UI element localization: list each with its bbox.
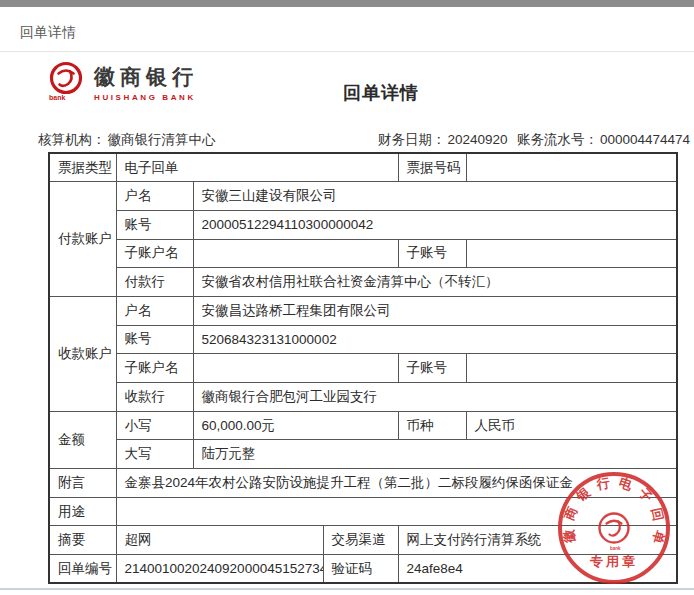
payee-bank-value: 徽商银行合肥包河工业园支行 — [193, 383, 677, 412]
amount-upper-value: 陆万元整 — [193, 440, 677, 469]
table-row: 子账户名 子账号 — [49, 239, 677, 268]
currency-label: 币种 — [398, 411, 466, 440]
currency-value: 人民币 — [466, 411, 677, 440]
table-row: 账号 20000512294110300000042 — [49, 210, 677, 239]
serial-number: 账务流水号：000004474474 — [517, 131, 690, 149]
receipt-document: bank 徽商银行 HUISHANG BANK 回单详情 核算机构：徽商银行清算… — [0, 53, 694, 589]
receipt-no-value: 214001002024092000045152734 — [116, 555, 323, 584]
document-header: bank 徽商银行 HUISHANG BANK 回单详情 — [0, 53, 694, 131]
channel-label: 交易渠道 — [323, 526, 398, 555]
bill-type-label: 票据类型 — [49, 153, 116, 182]
channel-value: 网上支付跨行清算系统 — [398, 526, 677, 555]
payer-sub-name-value — [193, 239, 398, 268]
amount-section-label: 金额 — [49, 411, 116, 468]
payee-name-label: 户名 — [116, 296, 193, 325]
payee-sub-account-value — [466, 354, 677, 383]
payee-sub-name-value — [193, 354, 398, 383]
payer-account-label: 账号 — [116, 210, 193, 239]
payer-sub-account-value — [466, 239, 677, 268]
summary-label: 摘要 — [49, 526, 116, 555]
payee-section-label: 收款账户 — [49, 296, 116, 411]
finance-date-label: 财务日期： — [378, 132, 446, 147]
accounting-org-value: 徽商银行清算中心 — [108, 132, 216, 147]
table-row: 子账户名 子账号 — [49, 354, 677, 383]
table-row: 票据类型 电子回单 票据号码 — [49, 153, 677, 182]
page-header: 回单详情 — [0, 7, 694, 52]
payer-name-label: 户名 — [116, 182, 193, 211]
verify-code-label: 验证码 — [323, 555, 398, 584]
payer-section-label: 付款账户 — [49, 182, 116, 297]
bottom-divider — [0, 588, 694, 590]
summary-value: 超网 — [116, 526, 323, 555]
finance-date-value: 20240920 — [448, 132, 508, 147]
payee-sub-name-label: 子账户名 — [116, 354, 193, 383]
table-row: 付款账户 户名 安徽三山建设有限公司 — [49, 182, 677, 211]
serial-number-value: 000004474474 — [600, 132, 690, 147]
bill-no-value — [466, 153, 677, 182]
purpose-value — [116, 497, 677, 526]
purpose-label: 用途 — [49, 497, 116, 526]
window-top-bar — [0, 0, 694, 7]
remark-label: 附言 — [49, 469, 116, 498]
remark-value: 金寨县2024年农村公路安防设施提升工程（第二批）二标段履约保函保证金 — [116, 469, 677, 498]
payer-bank-value: 安徽省农村信用社联合社资金清算中心（不转汇） — [193, 268, 677, 297]
table-row: 用途 — [49, 497, 677, 526]
payee-bank-label: 收款行 — [116, 383, 193, 412]
payer-name-value: 安徽三山建设有限公司 — [193, 182, 677, 211]
table-row: 金额 小写 60,000.00元 币种 人民币 — [49, 411, 677, 440]
amount-lower-value: 60,000.00元 — [193, 411, 398, 440]
page-title: 回单详情 — [34, 81, 694, 105]
info-row: 核算机构：徽商银行清算中心 财务日期：20240920 账务流水号：000004… — [0, 131, 694, 153]
amount-lower-label: 小写 — [116, 411, 193, 440]
accounting-org: 核算机构：徽商银行清算中心 — [38, 131, 216, 149]
finance-date: 财务日期：20240920 — [378, 131, 508, 149]
verify-code-value: 24afe8e4 — [398, 555, 677, 584]
table-row: 回单编号 214001002024092000045152734 验证码 24a… — [49, 555, 677, 584]
table-row: 收款行 徽商银行合肥包河工业园支行 — [49, 383, 677, 412]
bill-type-value: 电子回单 — [116, 153, 398, 182]
receipt-no-label: 回单编号 — [49, 555, 116, 584]
amount-upper-label: 大写 — [116, 440, 193, 469]
payee-name-value: 安徽昌达路桥工程集团有限公司 — [193, 296, 677, 325]
table-row: 附言 金寨县2024年农村公路安防设施提升工程（第二批）二标段履约保函保证金 — [49, 469, 677, 498]
serial-number-label: 账务流水号： — [517, 132, 598, 147]
table-row: 大写 陆万元整 — [49, 440, 677, 469]
payer-account-value: 20000512294110300000042 — [193, 210, 677, 239]
table-row: 收款账户 户名 安徽昌达路桥工程集团有限公司 — [49, 296, 677, 325]
payer-sub-name-label: 子账户名 — [116, 239, 193, 268]
table-row: 摘要 超网 交易渠道 网上支付跨行清算系统 — [49, 526, 677, 555]
payer-bank-label: 付款行 — [116, 268, 193, 297]
payer-sub-account-label: 子账号 — [398, 239, 466, 268]
payee-account-label: 账号 — [116, 325, 193, 354]
payee-sub-account-label: 子账号 — [398, 354, 466, 383]
receipt-table: 票据类型 电子回单 票据号码 付款账户 户名 安徽三山建设有限公司 账号 200… — [48, 152, 678, 584]
accounting-org-label: 核算机构： — [38, 132, 106, 147]
table-row: 账号 520684323131000002 — [49, 325, 677, 354]
breadcrumb: 回单详情 — [20, 24, 76, 42]
table-row: 付款行 安徽省农村信用社联合社资金清算中心（不转汇） — [49, 268, 677, 297]
payee-account-value: 520684323131000002 — [193, 325, 677, 354]
bill-no-label: 票据号码 — [398, 153, 466, 182]
